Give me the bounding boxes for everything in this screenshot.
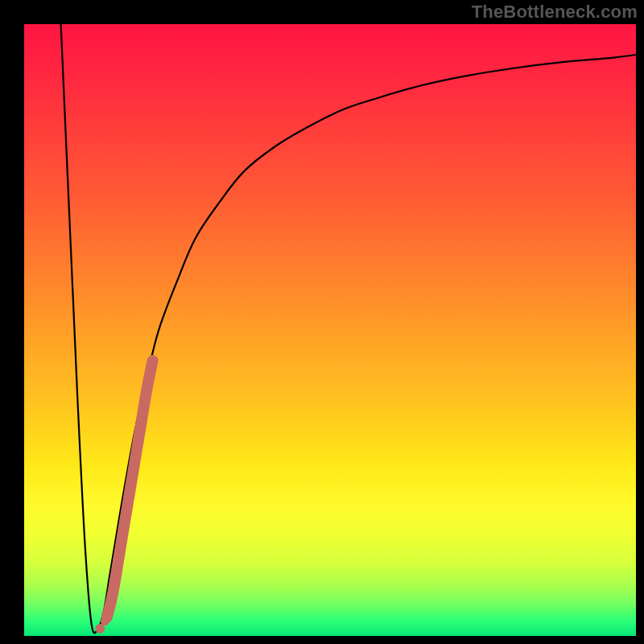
plot-area — [24, 24, 636, 636]
watermark-label: TheBottleneck.com — [472, 2, 638, 23]
highlight-dot — [101, 617, 109, 625]
chart-frame: TheBottleneck.com — [0, 0, 644, 644]
highlight-segment — [107, 361, 153, 617]
bottleneck-curve — [61, 24, 636, 633]
highlight-dot — [106, 601, 114, 609]
curve-layer — [24, 24, 636, 636]
